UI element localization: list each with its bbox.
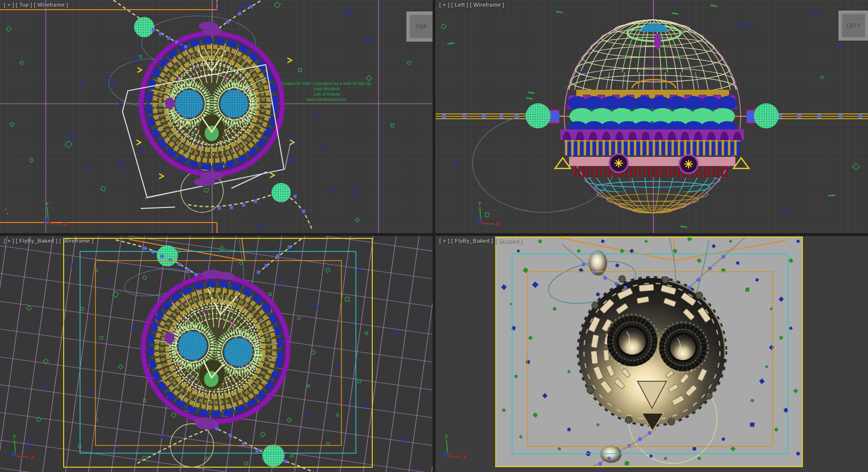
- viewport-flyby-wireframe-label[interactable]: [ + ] [ FlyBy_Baked ] [ Wireframe ]: [4, 238, 94, 244]
- svg-text:Z: Z: [44, 218, 47, 224]
- svg-text:Y: Y: [445, 434, 448, 440]
- svg-text:X: X: [30, 454, 34, 460]
- viewport-top-canvas: YXZ: [0, 0, 433, 233]
- viewcube-left-label: LEFT: [847, 23, 861, 28]
- viewport-top-label[interactable]: [ + ] [ Top ] [ Wireframe ]: [4, 2, 68, 8]
- viewport-top[interactable]: YXZ [ + ] [ Top ] [ Wireframe ] TOP Crea…: [0, 0, 433, 233]
- svg-text:Y: Y: [45, 201, 49, 207]
- viewcube-left[interactable]: LEFT: [839, 11, 868, 41]
- viewport-left-label[interactable]: [ + ] [ Left ] [ Wireframe ]: [439, 2, 504, 8]
- viewport-flyby-shaded[interactable]: YXZ [ + ] [ FlyBy_Baked ] [ Shaded ] Cre…: [435, 236, 868, 472]
- viewport-flyby-shaded-canvas: YXZ: [435, 236, 868, 472]
- svg-text:Z: Z: [443, 451, 447, 457]
- svg-text:X: X: [496, 221, 500, 227]
- viewport-flyby-shaded-label[interactable]: [ + ] [ FlyBy_Baked ] [ Shaded ]: [439, 238, 522, 244]
- svg-text:X: X: [63, 221, 67, 227]
- viewport-flyby-wireframe[interactable]: YXZ [ + ] [ FlyBy_Baked ] [ Wireframe ] …: [0, 236, 433, 472]
- viewport-flyby-wireframe-canvas: YXZ: [0, 236, 433, 472]
- svg-text:Y: Y: [13, 434, 16, 440]
- svg-text:Z: Z: [11, 451, 14, 457]
- viewcube-top[interactable]: TOP: [407, 12, 433, 42]
- viewcube-top-label: TOP: [416, 24, 427, 29]
- viewport-left-canvas: YXZ: [435, 0, 868, 233]
- svg-text:X: X: [462, 454, 466, 460]
- viewport-quad-layout: YXZ [ + ] [ Top ] [ Wireframe ] TOP Crea…: [0, 0, 868, 472]
- svg-text:Z: Z: [476, 218, 480, 224]
- svg-text:Y: Y: [478, 201, 482, 207]
- viewport-left[interactable]: YXZ [ + ] [ Left ] [ Wireframe ] LEFT: [435, 0, 868, 233]
